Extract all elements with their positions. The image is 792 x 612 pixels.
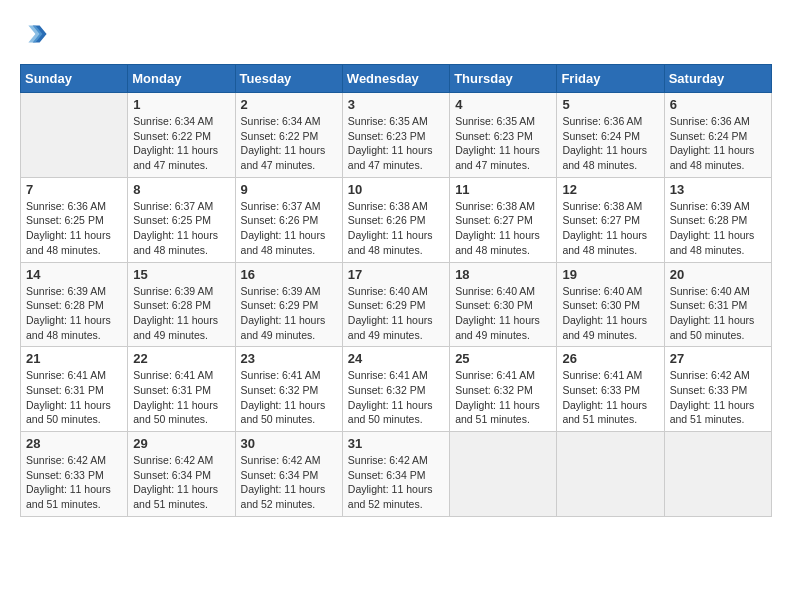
day-info: Sunrise: 6:42 AMSunset: 6:33 PMDaylight:… xyxy=(670,368,766,427)
calendar-cell: 17Sunrise: 6:40 AMSunset: 6:29 PMDayligh… xyxy=(342,262,449,347)
calendar-cell: 29Sunrise: 6:42 AMSunset: 6:34 PMDayligh… xyxy=(128,432,235,517)
calendar-week-row: 7Sunrise: 6:36 AMSunset: 6:25 PMDaylight… xyxy=(21,177,772,262)
calendar-cell: 31Sunrise: 6:42 AMSunset: 6:34 PMDayligh… xyxy=(342,432,449,517)
page-header xyxy=(20,20,772,48)
day-info: Sunrise: 6:40 AMSunset: 6:29 PMDaylight:… xyxy=(348,284,444,343)
calendar-cell: 20Sunrise: 6:40 AMSunset: 6:31 PMDayligh… xyxy=(664,262,771,347)
day-info: Sunrise: 6:38 AMSunset: 6:27 PMDaylight:… xyxy=(562,199,658,258)
day-number: 24 xyxy=(348,351,444,366)
calendar-cell: 27Sunrise: 6:42 AMSunset: 6:33 PMDayligh… xyxy=(664,347,771,432)
calendar-week-row: 1Sunrise: 6:34 AMSunset: 6:22 PMDaylight… xyxy=(21,93,772,178)
day-number: 23 xyxy=(241,351,337,366)
day-number: 11 xyxy=(455,182,551,197)
calendar-cell: 30Sunrise: 6:42 AMSunset: 6:34 PMDayligh… xyxy=(235,432,342,517)
day-number: 3 xyxy=(348,97,444,112)
day-number: 4 xyxy=(455,97,551,112)
calendar-cell: 2Sunrise: 6:34 AMSunset: 6:22 PMDaylight… xyxy=(235,93,342,178)
weekday-header: Thursday xyxy=(450,65,557,93)
calendar-cell: 14Sunrise: 6:39 AMSunset: 6:28 PMDayligh… xyxy=(21,262,128,347)
day-info: Sunrise: 6:41 AMSunset: 6:32 PMDaylight:… xyxy=(241,368,337,427)
calendar-cell: 10Sunrise: 6:38 AMSunset: 6:26 PMDayligh… xyxy=(342,177,449,262)
day-info: Sunrise: 6:41 AMSunset: 6:32 PMDaylight:… xyxy=(348,368,444,427)
day-info: Sunrise: 6:38 AMSunset: 6:27 PMDaylight:… xyxy=(455,199,551,258)
day-info: Sunrise: 6:34 AMSunset: 6:22 PMDaylight:… xyxy=(241,114,337,173)
calendar-cell: 12Sunrise: 6:38 AMSunset: 6:27 PMDayligh… xyxy=(557,177,664,262)
day-number: 13 xyxy=(670,182,766,197)
calendar-cell: 19Sunrise: 6:40 AMSunset: 6:30 PMDayligh… xyxy=(557,262,664,347)
weekday-header: Sunday xyxy=(21,65,128,93)
calendar-cell: 6Sunrise: 6:36 AMSunset: 6:24 PMDaylight… xyxy=(664,93,771,178)
day-number: 15 xyxy=(133,267,229,282)
day-number: 19 xyxy=(562,267,658,282)
calendar-cell: 18Sunrise: 6:40 AMSunset: 6:30 PMDayligh… xyxy=(450,262,557,347)
day-info: Sunrise: 6:40 AMSunset: 6:30 PMDaylight:… xyxy=(562,284,658,343)
weekday-header: Friday xyxy=(557,65,664,93)
day-info: Sunrise: 6:41 AMSunset: 6:31 PMDaylight:… xyxy=(133,368,229,427)
calendar-week-row: 21Sunrise: 6:41 AMSunset: 6:31 PMDayligh… xyxy=(21,347,772,432)
day-number: 20 xyxy=(670,267,766,282)
calendar-cell xyxy=(21,93,128,178)
day-info: Sunrise: 6:40 AMSunset: 6:30 PMDaylight:… xyxy=(455,284,551,343)
day-number: 31 xyxy=(348,436,444,451)
calendar-cell: 8Sunrise: 6:37 AMSunset: 6:25 PMDaylight… xyxy=(128,177,235,262)
calendar-cell: 5Sunrise: 6:36 AMSunset: 6:24 PMDaylight… xyxy=(557,93,664,178)
day-number: 27 xyxy=(670,351,766,366)
day-number: 21 xyxy=(26,351,122,366)
day-info: Sunrise: 6:34 AMSunset: 6:22 PMDaylight:… xyxy=(133,114,229,173)
calendar-week-row: 28Sunrise: 6:42 AMSunset: 6:33 PMDayligh… xyxy=(21,432,772,517)
weekday-header: Saturday xyxy=(664,65,771,93)
day-number: 22 xyxy=(133,351,229,366)
weekday-header: Tuesday xyxy=(235,65,342,93)
calendar-cell xyxy=(557,432,664,517)
calendar-cell: 15Sunrise: 6:39 AMSunset: 6:28 PMDayligh… xyxy=(128,262,235,347)
day-number: 17 xyxy=(348,267,444,282)
day-info: Sunrise: 6:41 AMSunset: 6:32 PMDaylight:… xyxy=(455,368,551,427)
day-info: Sunrise: 6:36 AMSunset: 6:25 PMDaylight:… xyxy=(26,199,122,258)
calendar-cell: 22Sunrise: 6:41 AMSunset: 6:31 PMDayligh… xyxy=(128,347,235,432)
calendar-cell: 16Sunrise: 6:39 AMSunset: 6:29 PMDayligh… xyxy=(235,262,342,347)
calendar-cell: 21Sunrise: 6:41 AMSunset: 6:31 PMDayligh… xyxy=(21,347,128,432)
calendar-cell: 9Sunrise: 6:37 AMSunset: 6:26 PMDaylight… xyxy=(235,177,342,262)
day-number: 16 xyxy=(241,267,337,282)
day-info: Sunrise: 6:37 AMSunset: 6:26 PMDaylight:… xyxy=(241,199,337,258)
day-info: Sunrise: 6:39 AMSunset: 6:29 PMDaylight:… xyxy=(241,284,337,343)
day-number: 14 xyxy=(26,267,122,282)
day-number: 29 xyxy=(133,436,229,451)
day-info: Sunrise: 6:36 AMSunset: 6:24 PMDaylight:… xyxy=(562,114,658,173)
day-number: 26 xyxy=(562,351,658,366)
day-info: Sunrise: 6:41 AMSunset: 6:33 PMDaylight:… xyxy=(562,368,658,427)
logo xyxy=(20,20,52,48)
logo-icon xyxy=(20,20,48,48)
calendar-header-row: SundayMondayTuesdayWednesdayThursdayFrid… xyxy=(21,65,772,93)
weekday-header: Monday xyxy=(128,65,235,93)
day-info: Sunrise: 6:39 AMSunset: 6:28 PMDaylight:… xyxy=(670,199,766,258)
day-info: Sunrise: 6:42 AMSunset: 6:34 PMDaylight:… xyxy=(348,453,444,512)
calendar-cell: 25Sunrise: 6:41 AMSunset: 6:32 PMDayligh… xyxy=(450,347,557,432)
day-info: Sunrise: 6:42 AMSunset: 6:34 PMDaylight:… xyxy=(241,453,337,512)
day-number: 1 xyxy=(133,97,229,112)
day-number: 30 xyxy=(241,436,337,451)
calendar-cell: 1Sunrise: 6:34 AMSunset: 6:22 PMDaylight… xyxy=(128,93,235,178)
calendar-cell: 23Sunrise: 6:41 AMSunset: 6:32 PMDayligh… xyxy=(235,347,342,432)
calendar-cell: 4Sunrise: 6:35 AMSunset: 6:23 PMDaylight… xyxy=(450,93,557,178)
day-info: Sunrise: 6:41 AMSunset: 6:31 PMDaylight:… xyxy=(26,368,122,427)
calendar-cell: 11Sunrise: 6:38 AMSunset: 6:27 PMDayligh… xyxy=(450,177,557,262)
day-info: Sunrise: 6:39 AMSunset: 6:28 PMDaylight:… xyxy=(133,284,229,343)
calendar-cell: 28Sunrise: 6:42 AMSunset: 6:33 PMDayligh… xyxy=(21,432,128,517)
day-number: 8 xyxy=(133,182,229,197)
day-info: Sunrise: 6:40 AMSunset: 6:31 PMDaylight:… xyxy=(670,284,766,343)
calendar-cell: 24Sunrise: 6:41 AMSunset: 6:32 PMDayligh… xyxy=(342,347,449,432)
calendar-table: SundayMondayTuesdayWednesdayThursdayFrid… xyxy=(20,64,772,517)
day-number: 7 xyxy=(26,182,122,197)
day-number: 6 xyxy=(670,97,766,112)
day-number: 2 xyxy=(241,97,337,112)
day-number: 12 xyxy=(562,182,658,197)
weekday-header: Wednesday xyxy=(342,65,449,93)
calendar-cell: 26Sunrise: 6:41 AMSunset: 6:33 PMDayligh… xyxy=(557,347,664,432)
day-number: 9 xyxy=(241,182,337,197)
day-info: Sunrise: 6:42 AMSunset: 6:33 PMDaylight:… xyxy=(26,453,122,512)
calendar-week-row: 14Sunrise: 6:39 AMSunset: 6:28 PMDayligh… xyxy=(21,262,772,347)
day-info: Sunrise: 6:38 AMSunset: 6:26 PMDaylight:… xyxy=(348,199,444,258)
day-number: 5 xyxy=(562,97,658,112)
day-info: Sunrise: 6:36 AMSunset: 6:24 PMDaylight:… xyxy=(670,114,766,173)
